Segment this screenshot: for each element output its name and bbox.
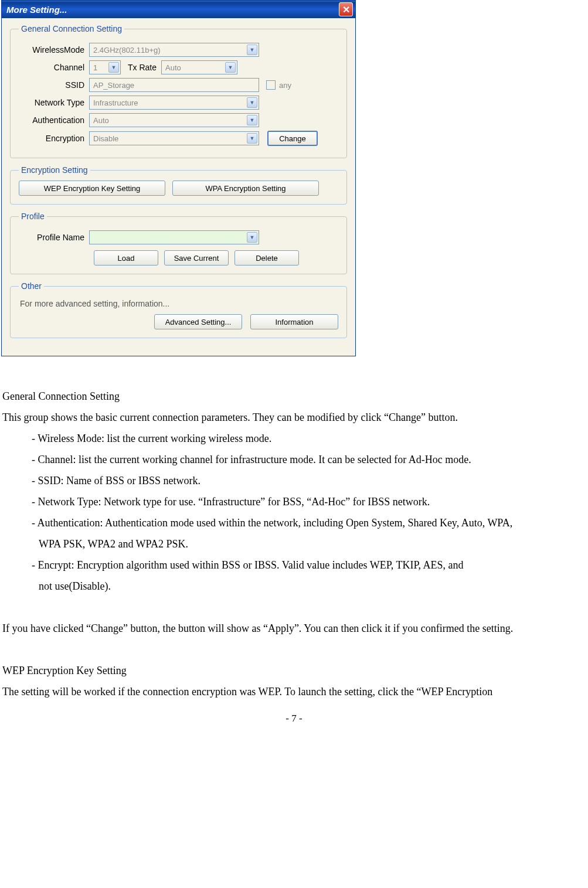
delete-button[interactable]: Delete — [234, 250, 299, 266]
profile-legend: Profile — [19, 212, 47, 221]
tx-rate-combo[interactable]: Auto ▼ — [161, 60, 237, 74]
change-button[interactable]: Change — [267, 131, 318, 146]
window-title: More Setting... — [6, 5, 67, 15]
network-type-value: Infrastructure — [93, 98, 138, 107]
doc-heading-wep: WEP Encryption Key Setting — [2, 660, 586, 681]
encryption-label: Encryption — [19, 134, 89, 143]
profile-name-combo[interactable]: ▼ — [89, 230, 259, 244]
profile-group: Profile Profile Name ▼ Load Save Current — [10, 212, 347, 274]
other-legend: Other — [19, 281, 44, 291]
general-legend: General Connection Setting — [19, 24, 124, 33]
tx-rate-label: Tx Rate — [128, 63, 157, 72]
close-icon: ✕ — [342, 4, 350, 15]
doc-bullet: - Authentication: Authentication mode us… — [2, 512, 586, 533]
titlebar: More Setting... ✕ — [2, 1, 355, 18]
tx-rate-value: Auto — [165, 63, 181, 72]
page-number: - 7 - — [0, 713, 588, 724]
load-button[interactable]: Load — [94, 250, 158, 266]
doc-heading-general: General Connection Setting — [2, 386, 586, 407]
doc-bullet: - Channel: list the current working chan… — [2, 449, 586, 470]
encryption-setting-group: Encryption Setting WEP Encryption Key Se… — [10, 165, 347, 205]
more-setting-dialog: More Setting... ✕ General Connection Set… — [1, 0, 356, 356]
encryption-value: Disable — [93, 134, 118, 143]
doc-paragraph: If you have clicked “Change” button, the… — [2, 618, 586, 639]
ssid-label: SSID — [19, 80, 89, 90]
chevron-down-icon: ▼ — [247, 45, 257, 55]
document-body: General Connection Setting This group sh… — [0, 356, 588, 702]
channel-combo[interactable]: 1 ▼ — [89, 60, 121, 74]
save-current-button[interactable]: Save Current — [164, 250, 229, 266]
channel-label: Channel — [19, 63, 89, 72]
doc-bullet: - Network Type: Network type for use. “I… — [2, 491, 586, 512]
wep-encryption-button[interactable]: WEP Encryption Key Setting — [19, 181, 165, 196]
wireless-mode-value: 2.4GHz(802.11b+g) — [93, 46, 161, 55]
ssid-value: AP_Storage — [93, 81, 134, 90]
profile-name-label: Profile Name — [19, 233, 89, 242]
channel-value: 1 — [93, 63, 97, 72]
network-type-combo[interactable]: Infrastructure ▼ — [89, 96, 259, 110]
information-button[interactable]: Information — [250, 314, 338, 329]
general-connection-group: General Connection Setting WirelessMode … — [10, 24, 347, 158]
any-label: any — [279, 81, 291, 90]
authentication-combo[interactable]: Auto ▼ — [89, 113, 259, 127]
doc-bullet: - SSID: Name of BSS or IBSS network. — [2, 470, 586, 491]
close-button[interactable]: ✕ — [339, 2, 353, 16]
doc-bullet-cont: WPA PSK, WPA2 and WPA2 PSK. — [2, 533, 586, 554]
dialog-body: General Connection Setting WirelessMode … — [2, 18, 355, 356]
encryption-combo[interactable]: Disable ▼ — [89, 131, 259, 145]
chevron-down-icon: ▼ — [247, 232, 257, 243]
network-type-label: Network Type — [19, 98, 89, 107]
chevron-down-icon: ▼ — [247, 115, 257, 125]
chevron-down-icon: ▼ — [108, 62, 119, 73]
wireless-mode-label: WirelessMode — [19, 45, 89, 55]
other-group: Other For more advanced setting, informa… — [10, 281, 347, 338]
doc-bullet: - Encrypt: Encryption algorithm used wit… — [2, 554, 586, 576]
advanced-setting-button[interactable]: Advanced Setting... — [154, 314, 242, 329]
doc-bullet-cont: not use(Disable). — [2, 576, 586, 597]
doc-paragraph: The setting will be worked if the connec… — [2, 681, 586, 702]
wireless-mode-combo[interactable]: 2.4GHz(802.11b+g) ▼ — [89, 43, 259, 57]
authentication-value: Auto — [93, 116, 109, 125]
any-checkbox[interactable] — [266, 80, 276, 90]
wpa-encryption-button[interactable]: WPA Encryption Setting — [172, 181, 319, 196]
encryption-legend: Encryption Setting — [19, 165, 90, 175]
doc-paragraph: This group shows the basic current conne… — [2, 407, 586, 428]
chevron-down-icon: ▼ — [247, 133, 257, 144]
chevron-down-icon: ▼ — [247, 97, 257, 108]
doc-bullet: - Wireless Mode: list the current workin… — [2, 428, 586, 449]
ssid-input[interactable]: AP_Storage — [89, 78, 259, 92]
authentication-label: Authentication — [19, 115, 89, 125]
other-text: For more advanced setting, information..… — [20, 299, 338, 308]
chevron-down-icon: ▼ — [225, 62, 236, 73]
